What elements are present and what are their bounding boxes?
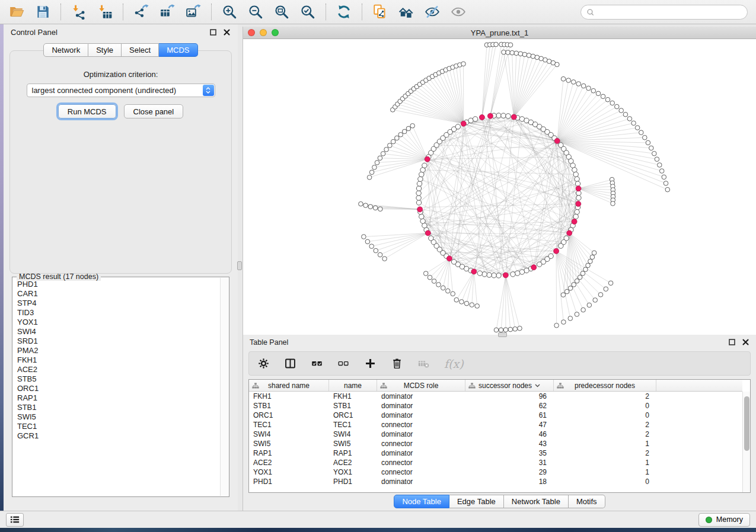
refresh-view-button[interactable] xyxy=(334,2,354,22)
table-row[interactable]: RAP1RAP1dominator352 xyxy=(249,448,742,458)
table-row[interactable]: STB1STB1dominator620 xyxy=(249,401,742,411)
cell-predecessor-nodes: 0 xyxy=(554,477,656,486)
float-window-icon xyxy=(210,29,216,36)
task-list-icon xyxy=(10,515,20,524)
zoom-fit-content-button[interactable] xyxy=(272,2,292,22)
float-panel-button[interactable] xyxy=(209,28,217,36)
tab-node-table[interactable]: Node Table xyxy=(394,495,449,508)
mcds-result-item[interactable]: PHD1 xyxy=(13,280,219,289)
float-table-panel-button[interactable] xyxy=(728,338,736,346)
traffic-light-red[interactable] xyxy=(248,29,255,36)
mcds-result-item[interactable]: TEC1 xyxy=(13,422,219,431)
open-session-button[interactable] xyxy=(7,2,27,22)
mcds-result-item[interactable]: SWI5 xyxy=(13,412,219,422)
node-table: shared namenameMCDS rolesuccessor nodesp… xyxy=(248,379,751,493)
close-table-panel-button[interactable] xyxy=(742,338,749,346)
column-header-predecessor-nodes[interactable]: predecessor nodes xyxy=(554,380,656,391)
cell-name: STB1 xyxy=(329,401,377,411)
tab-network-table[interactable]: Network Table xyxy=(504,495,569,508)
cytoscape-app: Control Panel NetworkStyleSelectMCDS Opt… xyxy=(0,0,756,532)
run-mcds-button[interactable]: Run MCDS xyxy=(58,104,116,118)
import-table-from-file-button[interactable] xyxy=(95,2,115,22)
task-history-button[interactable] xyxy=(6,513,24,527)
zoom-in-button[interactable] xyxy=(219,2,240,22)
mcds-result-item[interactable]: CAR1 xyxy=(13,289,219,299)
column-label: name xyxy=(344,382,362,390)
network-view-window: YPA_prune.txt_1 xyxy=(243,27,756,335)
mcds-result-item[interactable]: SRD1 xyxy=(13,336,219,346)
deselect-all-rows-button[interactable] xyxy=(337,357,350,370)
table-scrollbar[interactable] xyxy=(742,392,750,492)
mcds-result-item[interactable]: ORC1 xyxy=(13,384,219,393)
search-input[interactable] xyxy=(598,7,742,17)
export-network-button[interactable] xyxy=(131,2,151,22)
mcds-result-item[interactable]: PMA2 xyxy=(13,346,219,355)
show-all-nodes-edges-button[interactable] xyxy=(448,2,468,22)
cell-shared-name: SWI5 xyxy=(249,439,329,448)
memory-button[interactable]: Memory xyxy=(698,513,750,527)
optimization-criterion-label: Optimization criterion: xyxy=(10,70,231,79)
create-new-column-button[interactable] xyxy=(364,357,377,370)
horizontal-splitter-handle[interactable] xyxy=(498,332,507,337)
tab-network[interactable]: Network xyxy=(43,43,88,57)
mcds-result-item[interactable]: STB5 xyxy=(13,374,219,384)
table-row[interactable]: TEC1TEC1connector472 xyxy=(249,420,742,430)
cell-name: ORC1 xyxy=(329,411,377,420)
column-header-shared-name[interactable]: shared name xyxy=(249,380,329,391)
split-panel-button[interactable] xyxy=(284,357,296,370)
mcds-result-item[interactable]: RAP1 xyxy=(13,393,219,403)
network-window-title: YPA_prune.txt_1 xyxy=(243,28,756,37)
zoom-selected-region-icon xyxy=(300,4,315,20)
network-canvas[interactable] xyxy=(243,39,756,335)
table-row[interactable]: SWI5SWI5connector431 xyxy=(249,439,742,448)
import-network-from-file-button[interactable] xyxy=(69,2,89,22)
tab-edge-table[interactable]: Edge Table xyxy=(449,495,504,508)
optimization-criterion-select[interactable]: largest connected component (undirected) xyxy=(27,84,215,97)
mcds-result-item[interactable]: STP4 xyxy=(13,299,219,308)
traffic-light-green[interactable] xyxy=(272,29,279,36)
table-mode-settings-button[interactable] xyxy=(257,357,270,370)
mcds-result-item[interactable]: YOX1 xyxy=(13,318,219,327)
mcds-result-item[interactable]: FKH1 xyxy=(13,355,219,365)
select-all-rows-button[interactable] xyxy=(311,357,323,370)
cell-predecessor-nodes: 2 xyxy=(554,392,656,401)
tab-style[interactable]: Style xyxy=(88,43,122,57)
column-header-successor-nodes[interactable]: successor nodes xyxy=(465,380,554,391)
table-row[interactable]: YOX1YOX1connector291 xyxy=(249,467,742,477)
save-session-button[interactable] xyxy=(33,2,53,22)
fan-leaf-nodes[interactable] xyxy=(359,42,670,332)
tab-select[interactable]: Select xyxy=(122,43,159,57)
tab-motifs[interactable]: Motifs xyxy=(569,495,605,508)
mcds-result-item[interactable]: SWI4 xyxy=(13,327,219,336)
traffic-light-yellow[interactable] xyxy=(260,29,267,36)
mcds-result-item[interactable]: TID3 xyxy=(13,308,219,318)
mcds-result-item[interactable]: GCR1 xyxy=(13,431,219,441)
mcds-result-item[interactable]: ACE2 xyxy=(13,365,219,374)
vertical-splitter-handle[interactable] xyxy=(237,261,242,270)
show-first-neighbors-button[interactable] xyxy=(396,2,416,22)
network-graph[interactable] xyxy=(243,39,756,335)
column-header-mcds-role[interactable]: MCDS role xyxy=(377,380,465,391)
export-image-button[interactable] xyxy=(183,2,203,22)
table-row[interactable]: FKH1FKH1dominator962 xyxy=(249,392,742,401)
mcds-result-item[interactable]: STB1 xyxy=(13,403,219,412)
search-box[interactable] xyxy=(580,5,748,20)
zoom-out-button[interactable] xyxy=(245,2,266,22)
export-table-button[interactable] xyxy=(157,2,177,22)
tab-mcds[interactable]: MCDS xyxy=(159,43,197,57)
duplicate-network-view-button[interactable] xyxy=(370,2,390,22)
close-mcds-panel-button[interactable]: Close panel xyxy=(124,104,184,118)
column-header-name[interactable]: name xyxy=(329,380,377,391)
table-scrollbar-thumb[interactable] xyxy=(744,396,749,451)
delete-columns-button[interactable] xyxy=(391,357,403,370)
mcds-result-list[interactable]: PHD1CAR1STP4TID3YOX1SWI4SRD1PMA2FKH1ACE2… xyxy=(13,280,219,496)
table-row[interactable]: PHD1PHD1dominator180 xyxy=(249,477,742,486)
fan-edges xyxy=(361,44,667,330)
close-panel-button[interactable] xyxy=(223,28,231,36)
mcds-result-scrollbar[interactable] xyxy=(220,278,228,496)
hide-selected-button[interactable] xyxy=(422,2,442,22)
zoom-selected-region-button[interactable] xyxy=(298,2,318,22)
table-row[interactable]: ACE2ACE2connector311 xyxy=(249,458,742,467)
table-row[interactable]: ORC1ORC1dominator610 xyxy=(249,411,742,420)
table-row[interactable]: SWI4SWI4dominator462 xyxy=(249,430,742,439)
